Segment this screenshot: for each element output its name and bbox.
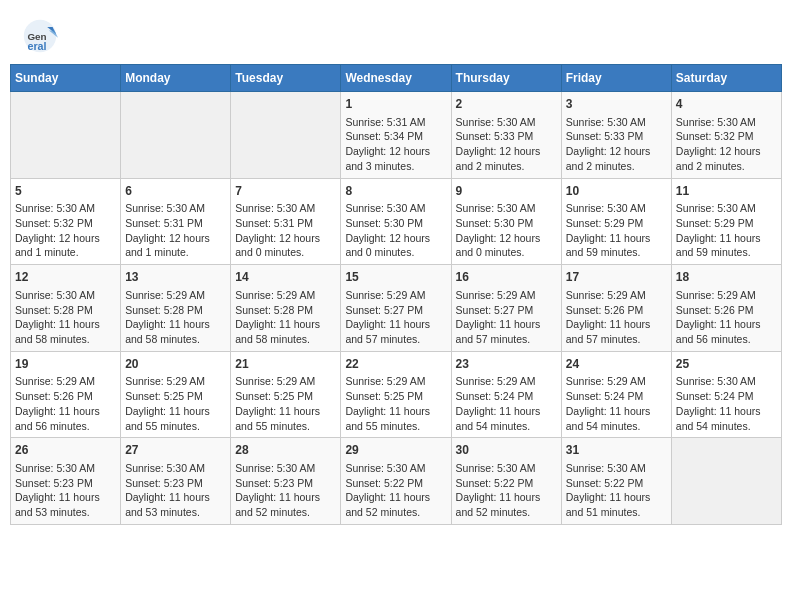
day-info: Sunrise: 5:30 AM Sunset: 5:22 PM Dayligh… [345,462,430,518]
day-number: 23 [456,356,557,373]
day-number: 1 [345,96,446,113]
day-info: Sunrise: 5:29 AM Sunset: 5:25 PM Dayligh… [235,375,320,431]
day-cell: 18Sunrise: 5:29 AM Sunset: 5:26 PM Dayli… [671,265,781,352]
column-header-sunday: Sunday [11,65,121,92]
week-row-1: 1Sunrise: 5:31 AM Sunset: 5:34 PM Daylig… [11,92,782,179]
day-info: Sunrise: 5:30 AM Sunset: 5:31 PM Dayligh… [235,202,320,258]
day-number: 18 [676,269,777,286]
day-info: Sunrise: 5:29 AM Sunset: 5:26 PM Dayligh… [566,289,651,345]
day-number: 28 [235,442,336,459]
day-info: Sunrise: 5:30 AM Sunset: 5:29 PM Dayligh… [676,202,761,258]
header: Gen eral [10,10,782,58]
day-number: 14 [235,269,336,286]
day-cell: 21Sunrise: 5:29 AM Sunset: 5:25 PM Dayli… [231,351,341,438]
day-info: Sunrise: 5:30 AM Sunset: 5:23 PM Dayligh… [15,462,100,518]
day-cell: 1Sunrise: 5:31 AM Sunset: 5:34 PM Daylig… [341,92,451,179]
day-cell: 26Sunrise: 5:30 AM Sunset: 5:23 PM Dayli… [11,438,121,525]
day-info: Sunrise: 5:30 AM Sunset: 5:28 PM Dayligh… [15,289,100,345]
day-number: 8 [345,183,446,200]
day-number: 13 [125,269,226,286]
day-number: 10 [566,183,667,200]
day-number: 27 [125,442,226,459]
day-cell: 29Sunrise: 5:30 AM Sunset: 5:22 PM Dayli… [341,438,451,525]
day-info: Sunrise: 5:30 AM Sunset: 5:23 PM Dayligh… [235,462,320,518]
day-cell: 23Sunrise: 5:29 AM Sunset: 5:24 PM Dayli… [451,351,561,438]
day-cell: 16Sunrise: 5:29 AM Sunset: 5:27 PM Dayli… [451,265,561,352]
day-number: 6 [125,183,226,200]
day-number: 22 [345,356,446,373]
day-cell: 9Sunrise: 5:30 AM Sunset: 5:30 PM Daylig… [451,178,561,265]
day-number: 24 [566,356,667,373]
day-number: 11 [676,183,777,200]
day-info: Sunrise: 5:29 AM Sunset: 5:27 PM Dayligh… [345,289,430,345]
day-number: 16 [456,269,557,286]
day-number: 21 [235,356,336,373]
day-info: Sunrise: 5:30 AM Sunset: 5:32 PM Dayligh… [15,202,100,258]
day-cell: 14Sunrise: 5:29 AM Sunset: 5:28 PM Dayli… [231,265,341,352]
day-number: 4 [676,96,777,113]
day-info: Sunrise: 5:29 AM Sunset: 5:28 PM Dayligh… [235,289,320,345]
day-info: Sunrise: 5:30 AM Sunset: 5:22 PM Dayligh… [456,462,541,518]
day-cell [121,92,231,179]
day-info: Sunrise: 5:30 AM Sunset: 5:22 PM Dayligh… [566,462,651,518]
day-cell: 22Sunrise: 5:29 AM Sunset: 5:25 PM Dayli… [341,351,451,438]
column-header-wednesday: Wednesday [341,65,451,92]
day-info: Sunrise: 5:29 AM Sunset: 5:25 PM Dayligh… [125,375,210,431]
day-cell: 2Sunrise: 5:30 AM Sunset: 5:33 PM Daylig… [451,92,561,179]
day-number: 31 [566,442,667,459]
day-number: 5 [15,183,116,200]
day-info: Sunrise: 5:29 AM Sunset: 5:25 PM Dayligh… [345,375,430,431]
day-number: 26 [15,442,116,459]
day-info: Sunrise: 5:30 AM Sunset: 5:29 PM Dayligh… [566,202,651,258]
logo: Gen eral [22,18,62,54]
day-info: Sunrise: 5:29 AM Sunset: 5:26 PM Dayligh… [676,289,761,345]
day-cell: 13Sunrise: 5:29 AM Sunset: 5:28 PM Dayli… [121,265,231,352]
day-cell: 30Sunrise: 5:30 AM Sunset: 5:22 PM Dayli… [451,438,561,525]
day-cell: 11Sunrise: 5:30 AM Sunset: 5:29 PM Dayli… [671,178,781,265]
logo-icon: Gen eral [22,18,58,54]
day-info: Sunrise: 5:30 AM Sunset: 5:33 PM Dayligh… [456,116,541,172]
day-cell: 10Sunrise: 5:30 AM Sunset: 5:29 PM Dayli… [561,178,671,265]
day-number: 30 [456,442,557,459]
day-number: 29 [345,442,446,459]
day-number: 12 [15,269,116,286]
day-cell: 24Sunrise: 5:29 AM Sunset: 5:24 PM Dayli… [561,351,671,438]
day-info: Sunrise: 5:29 AM Sunset: 5:24 PM Dayligh… [456,375,541,431]
day-info: Sunrise: 5:30 AM Sunset: 5:30 PM Dayligh… [345,202,430,258]
day-cell: 3Sunrise: 5:30 AM Sunset: 5:33 PM Daylig… [561,92,671,179]
day-cell: 27Sunrise: 5:30 AM Sunset: 5:23 PM Dayli… [121,438,231,525]
day-cell: 4Sunrise: 5:30 AM Sunset: 5:32 PM Daylig… [671,92,781,179]
day-number: 17 [566,269,667,286]
day-cell [11,92,121,179]
day-number: 25 [676,356,777,373]
week-row-3: 12Sunrise: 5:30 AM Sunset: 5:28 PM Dayli… [11,265,782,352]
day-info: Sunrise: 5:30 AM Sunset: 5:33 PM Dayligh… [566,116,651,172]
day-info: Sunrise: 5:30 AM Sunset: 5:32 PM Dayligh… [676,116,761,172]
day-cell: 6Sunrise: 5:30 AM Sunset: 5:31 PM Daylig… [121,178,231,265]
day-cell: 25Sunrise: 5:30 AM Sunset: 5:24 PM Dayli… [671,351,781,438]
day-cell: 8Sunrise: 5:30 AM Sunset: 5:30 PM Daylig… [341,178,451,265]
day-cell: 20Sunrise: 5:29 AM Sunset: 5:25 PM Dayli… [121,351,231,438]
day-info: Sunrise: 5:30 AM Sunset: 5:30 PM Dayligh… [456,202,541,258]
day-info: Sunrise: 5:29 AM Sunset: 5:27 PM Dayligh… [456,289,541,345]
svg-text:eral: eral [27,40,46,52]
day-cell: 31Sunrise: 5:30 AM Sunset: 5:22 PM Dayli… [561,438,671,525]
day-info: Sunrise: 5:29 AM Sunset: 5:24 PM Dayligh… [566,375,651,431]
day-number: 3 [566,96,667,113]
week-row-2: 5Sunrise: 5:30 AM Sunset: 5:32 PM Daylig… [11,178,782,265]
day-info: Sunrise: 5:29 AM Sunset: 5:26 PM Dayligh… [15,375,100,431]
day-cell [231,92,341,179]
day-cell: 15Sunrise: 5:29 AM Sunset: 5:27 PM Dayli… [341,265,451,352]
column-header-monday: Monday [121,65,231,92]
day-number: 15 [345,269,446,286]
day-cell: 19Sunrise: 5:29 AM Sunset: 5:26 PM Dayli… [11,351,121,438]
day-cell: 7Sunrise: 5:30 AM Sunset: 5:31 PM Daylig… [231,178,341,265]
day-info: Sunrise: 5:31 AM Sunset: 5:34 PM Dayligh… [345,116,430,172]
day-info: Sunrise: 5:29 AM Sunset: 5:28 PM Dayligh… [125,289,210,345]
day-cell: 17Sunrise: 5:29 AM Sunset: 5:26 PM Dayli… [561,265,671,352]
day-number: 9 [456,183,557,200]
column-header-saturday: Saturday [671,65,781,92]
column-header-thursday: Thursday [451,65,561,92]
day-number: 2 [456,96,557,113]
calendar-header-row: SundayMondayTuesdayWednesdayThursdayFrid… [11,65,782,92]
